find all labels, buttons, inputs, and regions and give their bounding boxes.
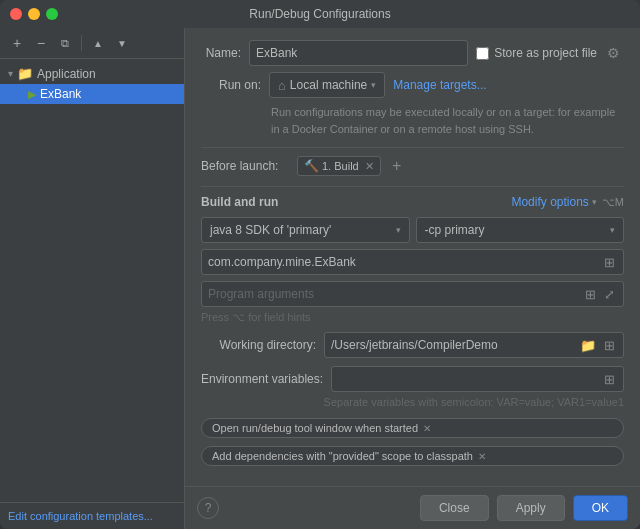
working-dir-field: /Users/jetbrains/CompilerDemo 📁 ⊞: [324, 332, 624, 358]
move-down-button[interactable]: ▼: [111, 32, 133, 54]
help-icon: ?: [205, 501, 212, 515]
main-class-text: com.company.mine.ExBank: [208, 255, 598, 269]
main-content: + − ⧉ ▲ ▼ ▾ 📁 Application ▶ ExBank E: [0, 28, 640, 529]
option-badge-2-close[interactable]: ✕: [478, 451, 486, 462]
env-vars-field: ⊞: [331, 366, 624, 392]
tree-group-label-text: Application: [37, 67, 96, 81]
working-dir-row: Working directory: /Users/jetbrains/Comp…: [201, 332, 624, 358]
info-text: Run configurations may be executed local…: [271, 104, 624, 137]
dropdown-arrow-icon: ▾: [371, 80, 376, 90]
cp-dropdown[interactable]: -cp primary ▾: [416, 217, 625, 243]
sidebar-tree: ▾ 📁 Application ▶ ExBank: [0, 59, 184, 502]
divider-1: [201, 147, 624, 148]
sidebar: + − ⧉ ▲ ▼ ▾ 📁 Application ▶ ExBank E: [0, 28, 185, 529]
maximize-window-button[interactable]: [46, 8, 58, 20]
before-launch-label: Before launch:: [201, 159, 291, 173]
name-row: Name: Store as project file ⚙: [201, 40, 624, 66]
cp-dropdown-arrow-icon: ▾: [610, 225, 615, 235]
tree-item-exbank[interactable]: ▶ ExBank: [0, 84, 184, 104]
before-launch-row: Before launch: 🔨 1. Build ✕ +: [201, 156, 624, 176]
home-icon: ⌂: [278, 78, 286, 93]
sdk-dropdown-arrow-icon: ▾: [396, 225, 401, 235]
store-checkbox[interactable]: [476, 47, 489, 60]
name-input[interactable]: [249, 40, 468, 66]
main-class-row: com.company.mine.ExBank ⊞: [201, 249, 624, 275]
close-window-button[interactable]: [10, 8, 22, 20]
badge-close-button[interactable]: ✕: [365, 160, 374, 173]
hint-text: Press ⌥ for field hints: [201, 311, 624, 324]
run-on-label: Run on:: [201, 78, 261, 92]
option-badge-2-label: Add dependencies with "provided" scope t…: [212, 450, 473, 462]
working-dir-value: /Users/jetbrains/CompilerDemo: [331, 338, 574, 352]
panel-body: Name: Store as project file ⚙ Run on: ⌂ …: [185, 28, 640, 486]
build-run-title: Build and run: [201, 195, 278, 209]
main-class-browse-button[interactable]: ⊞: [602, 255, 617, 270]
working-dir-var-button[interactable]: ⊞: [602, 338, 617, 353]
sdk-dropdown[interactable]: java 8 SDK of 'primary' ▾: [201, 217, 410, 243]
modify-options-button[interactable]: Modify options ▾ ⌥M: [511, 195, 624, 209]
run-on-row: Run on: ⌂ Local machine ▾ Manage targets…: [201, 72, 624, 98]
panel-footer: ? Close Apply OK: [185, 486, 640, 529]
add-config-button[interactable]: +: [6, 32, 28, 54]
cp-label: -cp primary: [425, 223, 485, 237]
manage-targets-link[interactable]: Manage targets...: [393, 78, 486, 92]
tree-group-application[interactable]: ▾ 📁 Application: [0, 63, 184, 84]
run-on-dropdown[interactable]: ⌂ Local machine ▾: [269, 72, 385, 98]
env-vars-row: Environment variables: ⊞: [201, 366, 624, 392]
sdk-label: java 8 SDK of 'primary': [210, 223, 331, 237]
env-vars-expand-button[interactable]: ⊞: [602, 372, 617, 387]
working-dir-label: Working directory:: [201, 338, 316, 352]
option-badge-2[interactable]: Add dependencies with "provided" scope t…: [201, 446, 624, 466]
tree-arrow-icon: ▾: [8, 68, 13, 79]
store-label: Store as project file: [494, 46, 597, 60]
option-badges-area: Open run/debug tool window when started …: [201, 418, 624, 471]
copy-config-button[interactable]: ⧉: [54, 32, 76, 54]
store-checkbox-row: Store as project file ⚙: [476, 42, 624, 64]
program-args-fullscreen-button[interactable]: ⤢: [602, 287, 617, 302]
remove-config-button[interactable]: −: [30, 32, 52, 54]
build-badge: 🔨 1. Build ✕: [297, 156, 381, 176]
option-badge-1-label: Open run/debug tool window when started: [212, 422, 418, 434]
apply-button[interactable]: Apply: [497, 495, 565, 521]
option-badge-1[interactable]: Open run/debug tool window when started …: [201, 418, 624, 438]
divider-2: [201, 186, 624, 187]
gear-button[interactable]: ⚙: [602, 42, 624, 64]
move-up-button[interactable]: ▲: [87, 32, 109, 54]
application-folder-icon: 📁: [17, 66, 33, 81]
tree-item-label: ExBank: [40, 87, 81, 101]
footer-buttons: Close Apply OK: [420, 495, 628, 521]
working-dir-browse-button[interactable]: 📁: [578, 338, 598, 353]
traffic-lights: [10, 8, 58, 20]
build-run-header: Build and run Modify options ▾ ⌥M: [201, 195, 624, 209]
window-title: Run/Debug Configurations: [249, 7, 390, 21]
name-label: Name:: [201, 46, 241, 60]
help-button[interactable]: ?: [197, 497, 219, 519]
option-badge-1-close[interactable]: ✕: [423, 423, 431, 434]
modify-options-label: Modify options: [511, 195, 588, 209]
toolbar-separator: [81, 35, 82, 51]
sdk-row: java 8 SDK of 'primary' ▾ -cp primary ▾: [201, 217, 624, 243]
minimize-window-button[interactable]: [28, 8, 40, 20]
env-vars-label: Environment variables:: [201, 372, 323, 386]
ok-button[interactable]: OK: [573, 495, 628, 521]
titlebar: Run/Debug Configurations: [0, 0, 640, 28]
program-args-expand-button[interactable]: ⊞: [583, 287, 598, 302]
modify-options-arrow-icon: ▾: [592, 197, 597, 207]
close-button[interactable]: Close: [420, 495, 489, 521]
run-debug-configurations-window: Run/Debug Configurations + − ⧉ ▲ ▼ ▾ 📁 A…: [0, 0, 640, 529]
edit-templates-link[interactable]: Edit configuration templates...: [8, 510, 153, 522]
program-args-placeholder: Program arguments: [208, 287, 579, 301]
program-args-row: Program arguments ⊞ ⤢: [201, 281, 624, 307]
config-panel: Name: Store as project file ⚙ Run on: ⌂ …: [185, 28, 640, 529]
build-badge-label: 1. Build: [322, 160, 359, 172]
add-before-launch-button[interactable]: +: [387, 156, 407, 176]
build-icon: 🔨: [304, 159, 319, 173]
run-on-value: Local machine: [290, 78, 367, 92]
run-config-icon: ▶: [28, 88, 36, 101]
modify-options-shortcut: ⌥M: [602, 196, 624, 209]
env-vars-hint: Separate variables with semicolon: VAR=v…: [201, 396, 624, 408]
sidebar-toolbar: + − ⧉ ▲ ▼: [0, 28, 184, 59]
sidebar-footer: Edit configuration templates...: [0, 502, 184, 529]
